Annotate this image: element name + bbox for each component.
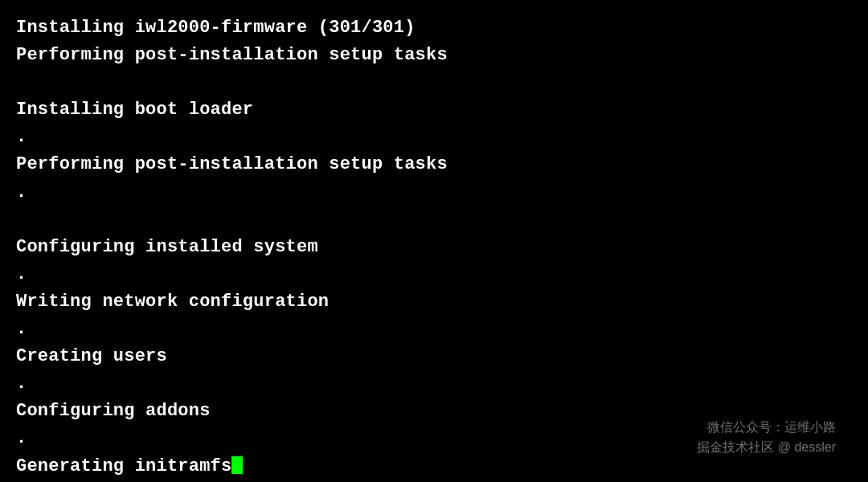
watermark-line1: 微信公众号：运维小路: [697, 417, 836, 438]
terminal-line: .: [16, 370, 852, 398]
terminal-line: Performing post-installation setup tasks: [16, 151, 852, 178]
terminal-line: .: [16, 316, 852, 343]
watermark: 微信公众号：运维小路 掘金技术社区 @ dessler: [697, 417, 836, 458]
terminal-line: Performing post-installation setup tasks: [16, 42, 852, 69]
terminal-line: [16, 206, 852, 234]
terminal-line: Creating users: [16, 343, 852, 370]
watermark-line2: 掘金技术社区 @ dessler: [697, 437, 836, 458]
terminal-line: .: [16, 261, 852, 288]
terminal-line: .: [16, 124, 852, 151]
terminal-cursor: [231, 456, 243, 474]
terminal-line: Writing network configuration: [16, 288, 852, 316]
terminal-line: [16, 69, 852, 96]
terminal-output: Installing iwl2000-firmware (301/301)Per…: [16, 14, 852, 480]
terminal-line: Configuring installed system: [16, 234, 852, 261]
terminal-line: .: [16, 179, 852, 206]
terminal-window: Installing iwl2000-firmware (301/301)Per…: [0, 0, 868, 482]
terminal-line: Installing iwl2000-firmware (301/301): [16, 14, 852, 42]
terminal-line: Installing boot loader: [16, 96, 852, 124]
